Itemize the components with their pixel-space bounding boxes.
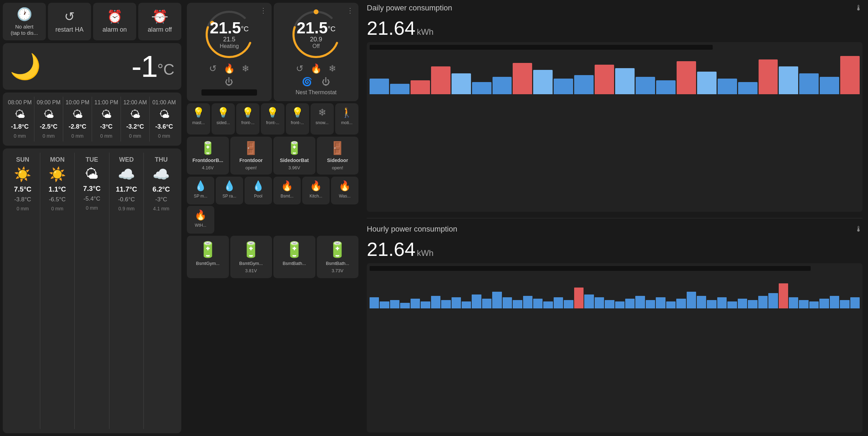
hourly-bar-9 [462, 301, 471, 308]
day-high-4: 6.2°C [152, 185, 170, 193]
daily-chart-container [367, 42, 862, 212]
door-icon-1: 🚪 [243, 141, 259, 155]
hour-temp-5: -3.6°C [155, 123, 173, 130]
daily-bar-15 [677, 61, 696, 94]
door-label-0: FrontdoorB... [192, 158, 223, 163]
light-btn-4[interactable]: 💡 front-... [286, 103, 309, 135]
daily-chart-redacted [370, 45, 713, 50]
thermostat-2-circle: 21.5°C 20.9 Off [290, 8, 342, 60]
thermostat-1-mode: Heating [210, 43, 249, 49]
left-panel: 🕐 No alert(tap to dis... ↺ restart HA ⏰ … [0, 0, 184, 436]
thermostat-2-flame-icon[interactable]: 🔥 [311, 63, 322, 74]
daily-bar-1 [390, 84, 410, 94]
hourly-bar-45 [830, 296, 839, 308]
alarm-off-button[interactable]: ⏰ alarm off [138, 3, 181, 40]
light-btn-2[interactable]: 💡 front-... [236, 103, 259, 135]
hour-col-4: 12:00 AM 🌤 -3.2°C 0 mm [121, 97, 150, 142]
sensor-label-5: Was... [339, 194, 351, 199]
hourly-bar-21 [584, 294, 594, 308]
hourly-bar-26 [635, 296, 645, 308]
day-rain-0: 0 mm [17, 206, 29, 211]
bsmt-btn-2[interactable]: 🔋 BsmtBath... [273, 236, 315, 278]
hourly-bar-43 [809, 301, 819, 308]
sensor-btn-2[interactable]: 💧 Pool [245, 177, 272, 204]
hourly-bar-5 [421, 301, 430, 308]
daily-bar-2 [411, 80, 430, 94]
thermostat-1-menu-icon[interactable]: ⋮ [260, 6, 267, 15]
bsmt-btn-1[interactable]: 🔋 BsmtGym... 3.81V [230, 236, 272, 278]
bsmt-btn-3[interactable]: 🔋 BsmtBath... 3.73V [317, 236, 359, 278]
hour-time-5: 01:00 AM [152, 99, 176, 106]
thermostat-1-refresh-icon[interactable]: ↺ [209, 63, 217, 74]
thermostat-1-snow-icon[interactable]: ❄ [242, 63, 249, 74]
light-label-6: moti... [341, 120, 353, 125]
door-btn-1[interactable]: 🚪 Frontdoor open! [230, 137, 272, 175]
temp-unit: °C [157, 61, 174, 78]
daily-bar-23 [840, 56, 860, 94]
thermostat-2-snow-icon[interactable]: ❄ [329, 63, 336, 74]
thermometer-icon: 🌡 [855, 3, 862, 13]
daily-bar-chart [370, 53, 860, 94]
hour-col-5: 01:00 AM 🌤 -3.6°C 0 mm [150, 97, 179, 142]
day-name-0: SUN [16, 156, 29, 163]
clock-icon: 🕐 [17, 7, 32, 22]
bsmt-label-0: BsmtGym... [196, 261, 220, 266]
light-icon-6: 🚶 [341, 107, 353, 118]
bsmt-label-1: BsmtGym... [239, 261, 263, 266]
thermostat-1-flame-icon[interactable]: 🔥 [224, 63, 235, 74]
thermostat-1-controls: ↺ 🔥 ❄ [209, 63, 249, 74]
sensor-btn-4[interactable]: 🔥 Kitch... [302, 177, 330, 204]
door-btn-0[interactable]: 🔋 FrontdoorB... 4.16V [187, 137, 229, 175]
sensor-btn-5[interactable]: 🔥 Was... [331, 177, 358, 204]
thermostat-2-values: 21.5°C 20.9 Off [297, 20, 336, 49]
hour-time-1: 09:00 PM [37, 99, 60, 106]
thermometer-icon-2: 🌡 [855, 225, 862, 234]
light-label-5: snow... [316, 120, 329, 125]
day-name-4: THU [155, 156, 168, 163]
door-btn-3[interactable]: 🚪 Sidedoor open! [317, 137, 359, 175]
sensor-btn-1[interactable]: 💧 SP ra... [216, 177, 243, 204]
sensor-btn-0[interactable]: 💧 SP m... [187, 177, 214, 204]
thermostat-1-circle: 21.5°C 21.5 Heating [203, 8, 255, 60]
light-label-3: front-... [266, 120, 279, 125]
hour-col-1: 09:00 PM 🌤 -2.5°C 0 mm [34, 97, 63, 142]
no-alert-button[interactable]: 🕐 No alert(tap to dis... [3, 3, 46, 40]
daily-power-value: 21.64 [367, 17, 415, 39]
thermostat-2-fan-icon[interactable]: 🌀 [302, 77, 312, 87]
daily-bar-9 [554, 79, 573, 94]
light-icon-4: 💡 [291, 107, 304, 118]
sensor-btn-6[interactable]: 🔥 WtH... [187, 206, 214, 234]
day-low-4: -3°C [155, 196, 167, 203]
sensor-label-6: WtH... [195, 223, 206, 228]
hourly-power-title: Hourly power consumption [367, 225, 457, 234]
hourly-bar-15 [523, 296, 532, 308]
light-label-1: sided... [216, 120, 230, 125]
day-col-3: WED ☁️ 11.7°C -0.6°C 0.9 mm [109, 153, 144, 429]
sensor-label-2: Pool [254, 194, 262, 199]
light-btn-3[interactable]: 💡 front-... [261, 103, 284, 135]
daily-forecast: SUN ☀️ 7.5°C -3.8°C 0 mm MON ☀️ 1.1°C -6… [3, 148, 181, 433]
light-label-4: front-... [291, 120, 304, 125]
alarm-on-button[interactable]: ⏰ alarm on [93, 3, 136, 40]
hourly-bar-35 [727, 301, 737, 308]
bsmt-sub-3: 3.73V [332, 268, 344, 273]
light-btn-1[interactable]: 💡 sided... [212, 103, 235, 135]
thermostat-2-menu-icon[interactable]: ⋮ [347, 6, 354, 15]
thermostat-2-power-icon[interactable]: ⏻ [322, 77, 330, 87]
daily-bar-11 [595, 65, 614, 94]
light-btn-5[interactable]: ❄ snow... [311, 103, 334, 135]
restart-ha-button[interactable]: ↺ restart HA [48, 3, 91, 40]
light-btn-0[interactable]: 💡 mast... [187, 103, 210, 135]
thermostat-1-power-icon[interactable]: ⏻ [225, 77, 233, 87]
door-btn-2[interactable]: 🔋 SidedoorBat 3.96V [273, 137, 315, 175]
basement-row: 🔋 BsmtGym... 🔋 BsmtGym... 3.81V 🔋 BsmtBa… [187, 236, 358, 278]
day-icon-4: ☁️ [152, 166, 170, 183]
sensor-btn-3[interactable]: 🔥 Bsmt... [273, 177, 301, 204]
door-battery-row: 🔋 FrontdoorB... 4.16V 🚪 Frontdoor open! … [187, 137, 358, 175]
sensor-icon-1: 💧 [223, 180, 235, 192]
bsmt-btn-0[interactable]: 🔋 BsmtGym... [187, 236, 229, 278]
light-btn-6[interactable]: 🚶 moti... [335, 103, 358, 135]
day-icon-1: ☀️ [49, 166, 66, 183]
thermostat-2-refresh-icon[interactable]: ↺ [296, 63, 304, 74]
thermostat-2-mode: Off [297, 43, 336, 49]
